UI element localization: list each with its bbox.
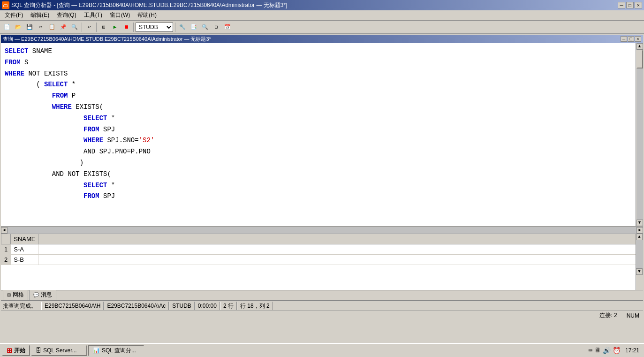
row-2-num: 2: [1, 255, 11, 265]
hscroll-right-button[interactable]: ►: [636, 227, 643, 234]
menu-file[interactable]: 文件(F): [1, 10, 27, 20]
editor-vscroll[interactable]: ▲ ▼: [636, 43, 643, 226]
sqlanalyzer-icon: 📊: [93, 347, 100, 354]
run-button[interactable]: ▶: [110, 22, 120, 32]
open-button[interactable]: 📂: [13, 22, 23, 32]
taskbar-sqlanalyzer-button[interactable]: 📊 SQL 查询分...: [88, 345, 144, 356]
tab-grid-label: 网格: [13, 291, 24, 299]
cut-button[interactable]: ✂: [36, 22, 46, 32]
scroll-up-button[interactable]: ▲: [636, 43, 643, 50]
paste-button[interactable]: 📌: [58, 22, 68, 32]
sqlserver-icon: 🗄: [36, 347, 41, 354]
properties-button[interactable]: 🔍: [200, 22, 210, 32]
inner-close-button[interactable]: ×: [635, 36, 641, 42]
tab-message-label: 消息: [41, 291, 52, 299]
row-1-empty: [38, 244, 643, 255]
clock-display: 17:21: [622, 347, 642, 354]
numlock-status: NUM: [627, 312, 639, 319]
menu-bar: 文件(F) 编辑(E) 查询(Q) 工具(T) 窗口(W) 帮助(H): [0, 10, 644, 21]
server-status-1: E29BC7215B0640A\H: [41, 302, 104, 310]
toolbar-separator-2: [96, 23, 97, 32]
table-row: 2 S-B: [1, 255, 643, 265]
scroll-track: [636, 50, 643, 220]
stop-button[interactable]: ⏹: [121, 22, 131, 32]
results-scroll-up[interactable]: ▲: [636, 234, 643, 240]
tray-network-icon: 🖥: [594, 347, 601, 354]
table-row: 1 S-A: [1, 244, 643, 255]
connection-status: 连接: 2: [599, 311, 617, 319]
position-status: 行 18，列 2: [237, 302, 273, 310]
new-query-button[interactable]: 📄: [2, 22, 12, 32]
calendar-button[interactable]: 📅: [222, 22, 233, 32]
grid-button[interactable]: ⊟: [211, 22, 221, 32]
menu-edit[interactable]: 编辑(E): [27, 10, 53, 20]
row-2-empty: [38, 255, 643, 265]
result-tabs: ⊞ 网格 💬 消息: [1, 290, 643, 300]
tray-speaker-icon: 🔊: [603, 347, 611, 355]
results-button[interactable]: ⊞: [98, 22, 109, 32]
tab-grid[interactable]: ⊞ 网格: [3, 289, 28, 300]
inner-maximize-button[interactable]: □: [628, 36, 634, 42]
results-vscroll[interactable]: ▲ ▼: [636, 234, 643, 290]
windows-logo-icon: ⊞: [7, 347, 12, 354]
results-wrapper: SNAME 1 S-A 2 S-B: [1, 234, 643, 356]
tray-clock-icon: ⏰: [613, 347, 621, 355]
server-status-2: E29BC7215B0640A\Ac: [104, 302, 169, 310]
menu-query[interactable]: 查询(Q): [53, 10, 80, 20]
scroll-down-button[interactable]: ▼: [636, 220, 643, 226]
start-label: 开始: [14, 347, 25, 355]
menu-tools[interactable]: 工具(T): [80, 10, 106, 20]
results-table: SNAME 1 S-A 2 S-B: [1, 234, 643, 265]
toolbar-separator-1: [82, 23, 82, 32]
sname-column-header: SNAME: [11, 234, 38, 244]
start-button[interactable]: ⊞ 开始: [2, 345, 30, 356]
taskbar-tray: ⌨ 🖥 🔊 ⏰ 17:21: [589, 347, 642, 355]
find-button[interactable]: 🔍: [69, 22, 80, 32]
results-scroll-down[interactable]: ▼: [636, 268, 643, 275]
query-editor-wrapper: SELECT SNAME FROM S WHERE NOT EXISTS ( S…: [1, 43, 643, 226]
db-status: STUDB: [169, 302, 195, 310]
hscroll-track: [8, 227, 636, 234]
menu-window[interactable]: 窗口(W): [106, 10, 134, 20]
toolbar: 📄 📂 💾 ✂ 📋 📌 🔍 ↩ ⊞ ▶ ⏹ STUDB 🔧 📑 🔍 ⊟ 📅: [0, 21, 644, 34]
object-browser-button[interactable]: 🔧: [177, 22, 188, 32]
close-button[interactable]: ×: [635, 2, 642, 8]
editor-hscroll[interactable]: ◄ ►: [1, 226, 643, 234]
row-2-sname: S-B: [11, 255, 38, 265]
row-1-sname: S-A: [11, 244, 38, 255]
message-tab-icon: 💬: [33, 292, 39, 297]
completion-status: 批查询完成。: [3, 302, 41, 310]
menu-help[interactable]: 帮助(H): [134, 10, 160, 20]
inner-window-title: 查询 — E29BC7215B0640A\HOME.STUDB.E29BC721…: [3, 36, 211, 43]
query-editor[interactable]: SELECT SNAME FROM S WHERE NOT EXISTS ( S…: [1, 43, 643, 226]
title-bar: 🗃 SQL 查询分析器 - [查询 — E29BC7215B0640A\HOME…: [0, 0, 644, 10]
title-bar-buttons: ─ □ ×: [618, 2, 642, 8]
scroll-thumb[interactable]: [636, 50, 643, 68]
taskbar: ⊞ 开始 🗄 SQL Server... 📊 SQL 查询分... ⌨ 🖥 🔊 …: [0, 343, 644, 357]
template-button[interactable]: 📑: [189, 22, 199, 32]
sqlserver-label: SQL Server...: [43, 347, 77, 354]
inner-title-bar: 查询 — E29BC7215B0640A\HOME.STUDB.E29BC721…: [1, 35, 643, 43]
undo-button[interactable]: ↩: [84, 22, 94, 32]
time-status: 0:00:00: [195, 302, 220, 310]
inner-minimize-button[interactable]: ─: [621, 36, 627, 42]
taskbar-sqlserver-button[interactable]: 🗄 SQL Server...: [31, 345, 87, 356]
empty-column-header: [38, 234, 643, 244]
tab-message[interactable]: 💬 消息: [29, 289, 56, 300]
hscroll-left-button[interactable]: ◄: [1, 227, 8, 234]
row-num-header: [1, 234, 11, 244]
inner-title-buttons: ─ □ ×: [621, 36, 641, 42]
status-bar: 批查询完成。 E29BC7215B0640A\H E29BC7215B0640A…: [1, 300, 643, 311]
database-selector[interactable]: STUDB: [136, 23, 173, 32]
app-icon: 🗃: [2, 1, 9, 9]
row-1-num: 1: [1, 244, 11, 255]
grid-tab-icon: ⊞: [7, 292, 11, 297]
tray-keyboard-icon: ⌨: [589, 347, 592, 355]
second-status-bar: 连接: 2 NUM: [1, 311, 643, 320]
copy-button[interactable]: 📋: [47, 22, 57, 32]
minimize-button[interactable]: ─: [618, 2, 625, 8]
save-button[interactable]: 💾: [24, 22, 35, 32]
maximize-button[interactable]: □: [626, 2, 634, 8]
results-scroll-track: [636, 240, 643, 268]
content-area: 查询 — E29BC7215B0640A\HOME.STUDB.E29BC721…: [0, 34, 644, 357]
